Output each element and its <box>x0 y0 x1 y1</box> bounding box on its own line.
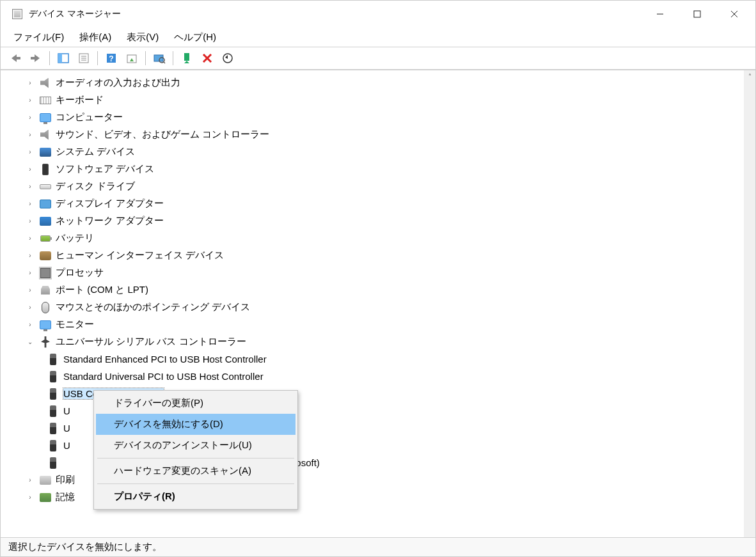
properties-button[interactable] <box>74 49 93 67</box>
chevron-right-icon[interactable]: › <box>25 475 35 485</box>
chevron-right-icon[interactable]: › <box>25 492 35 503</box>
menu-view[interactable]: 表示(V) <box>120 29 165 46</box>
tree-category-sound[interactable]: ›サウンド、ビデオ、およびゲーム コントローラー <box>2 126 743 143</box>
tree-label: 印刷 <box>56 474 75 486</box>
tree-label: ポート (COM と LPT) <box>56 284 148 296</box>
tree-category-system[interactable]: ›システム デバイス <box>2 143 743 161</box>
action-button[interactable] <box>122 49 141 67</box>
ctx-properties[interactable]: プロパティ(R) <box>96 486 295 507</box>
svg-rect-15 <box>154 55 163 61</box>
menu-action[interactable]: 操作(A) <box>73 29 118 46</box>
tree-category-network[interactable]: ›ネットワーク アダプター <box>2 212 743 230</box>
computer-icon <box>39 111 52 124</box>
chevron-right-icon[interactable]: › <box>25 113 35 123</box>
usb-device-icon <box>47 388 59 400</box>
chevron-right-icon[interactable]: › <box>25 302 35 313</box>
tree-category-disk[interactable]: ›ディスク ドライブ <box>2 178 743 195</box>
software-icon <box>39 163 52 176</box>
tree-label: U <box>63 405 70 416</box>
keyboard-icon <box>39 94 52 107</box>
tree-item[interactable]: Standard Enhanced PCI to USB Host Contro… <box>2 350 743 368</box>
tree-category-usb[interactable]: ⌄ ユニバーサル シリアル バス コントローラー <box>2 333 743 350</box>
svg-text:?: ? <box>109 54 113 63</box>
ports-icon <box>39 284 52 297</box>
chevron-right-icon[interactable]: › <box>25 320 35 330</box>
usb-device-icon <box>47 370 59 383</box>
tree-label: ディスク ドライブ <box>56 180 135 192</box>
uninstall-button[interactable] <box>198 49 217 67</box>
vertical-scrollbar[interactable]: ˄ <box>744 70 755 537</box>
help-button[interactable]: ? <box>102 49 121 67</box>
tree-label: ユニバーサル シリアル バス コントローラー <box>56 336 246 348</box>
tree-label: ヒューマン インターフェイス デバイス <box>56 249 224 262</box>
ctx-separator <box>97 458 294 459</box>
ctx-uninstall-device[interactable]: デバイスのアンインストール(U) <box>96 435 295 456</box>
menu-file[interactable]: ファイル(F) <box>7 29 70 46</box>
tree-category-software[interactable]: ›ソフトウェア デバイス <box>2 161 743 178</box>
tree-label: マウスとそのほかのポインティング デバイス <box>56 301 250 313</box>
tree-category-computer[interactable]: ›コンピューター <box>2 109 743 126</box>
scroll-up-icon[interactable]: ˄ <box>748 73 752 80</box>
ctx-update-driver[interactable]: ドライバーの更新(P) <box>96 393 295 414</box>
display-icon <box>39 198 52 210</box>
svg-rect-4 <box>15 57 20 59</box>
chevron-right-icon[interactable]: › <box>25 216 35 226</box>
tree-category-hid[interactable]: ›ヒューマン インターフェイス デバイス <box>2 247 743 264</box>
cpu-icon <box>39 267 52 279</box>
tree-category-audio[interactable]: ›オーディオの入力および出力 <box>2 74 743 91</box>
back-button[interactable] <box>6 49 25 67</box>
titlebar: デバイス マネージャー <box>1 1 755 27</box>
usb-device-icon <box>47 439 59 452</box>
forward-button[interactable] <box>26 49 45 67</box>
chevron-down-icon[interactable]: ⌄ <box>25 337 35 347</box>
ctx-separator <box>97 483 294 484</box>
ctx-scan-hardware[interactable]: ハードウェア変更のスキャン(A) <box>96 460 295 482</box>
audio-icon <box>39 77 52 90</box>
context-menu: ドライバーの更新(P) デバイスを無効にする(D) デバイスのアンインストール(… <box>93 390 298 510</box>
chevron-right-icon[interactable]: › <box>25 268 35 278</box>
tree-category-display[interactable]: ›ディスプレイ アダプター <box>2 195 743 212</box>
svg-rect-5 <box>31 57 36 59</box>
tree-category-monitor[interactable]: ›モニター <box>2 316 743 333</box>
disk-icon <box>39 180 52 193</box>
tree-item[interactable]: Standard Universal PCI to USB Host Contr… <box>2 368 743 385</box>
close-button[interactable] <box>716 1 753 27</box>
chevron-right-icon[interactable]: › <box>25 95 35 106</box>
show-hide-console-button[interactable] <box>54 49 73 67</box>
chevron-right-icon[interactable]: › <box>25 251 35 261</box>
tree-category-mouse[interactable]: ›マウスとそのほかのポインティング デバイス <box>2 299 743 316</box>
chevron-right-icon[interactable]: › <box>25 164 35 175</box>
tree-label: コンピューター <box>56 111 123 123</box>
usb-controller-icon <box>39 336 52 349</box>
tree-label: U <box>63 440 70 451</box>
chevron-right-icon[interactable]: › <box>25 285 35 295</box>
chevron-right-icon[interactable]: › <box>25 233 35 244</box>
chevron-right-icon[interactable]: › <box>25 130 35 140</box>
tree-label: システム デバイス <box>56 146 135 158</box>
chevron-right-icon[interactable]: › <box>25 147 35 157</box>
status-text: 選択したデバイスを無効にします。 <box>8 541 162 553</box>
minimize-button[interactable] <box>642 1 679 27</box>
tree-label: Standard Universal PCI to USB Host Contr… <box>63 371 264 382</box>
chevron-right-icon[interactable]: › <box>25 182 35 192</box>
ctx-disable-device[interactable]: デバイスを無効にする(D) <box>96 414 295 435</box>
tree-category-battery[interactable]: ›バッテリ <box>2 230 743 247</box>
tree-category-ports[interactable]: ›ポート (COM と LPT) <box>2 281 743 299</box>
window-title: デバイス マネージャー <box>29 8 642 20</box>
tree-category-keyboard[interactable]: ›キーボード <box>2 91 743 109</box>
menubar: ファイル(F) 操作(A) 表示(V) ヘルプ(H) <box>1 27 755 47</box>
chevron-right-icon[interactable]: › <box>25 78 35 88</box>
network-icon <box>39 215 52 228</box>
device-tree[interactable]: ›オーディオの入力および出力›キーボード›コンピューター›サウンド、ビデオ、およ… <box>1 70 744 537</box>
menu-help[interactable]: ヘルプ(H) <box>168 29 223 46</box>
tree-label: Standard Enhanced PCI to USB Host Contro… <box>63 354 267 365</box>
maximize-button[interactable] <box>679 1 716 27</box>
toolbar: ? <box>1 47 755 70</box>
scan-hardware-button[interactable] <box>150 49 169 67</box>
tree-category-cpu[interactable]: ›プロセッサ <box>2 264 743 281</box>
usb-device-icon <box>47 405 59 418</box>
update-driver-button[interactable] <box>218 49 237 67</box>
tree-label: キーボード <box>56 94 104 106</box>
enable-button[interactable] <box>177 49 196 67</box>
chevron-right-icon[interactable]: › <box>25 199 35 209</box>
